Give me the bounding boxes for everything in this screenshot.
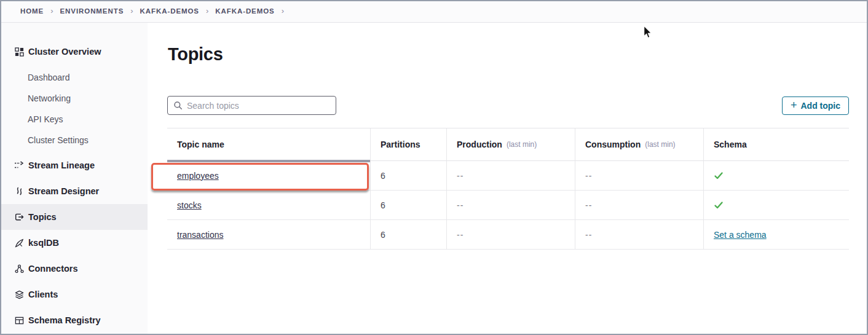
column-header-suffix: (last min) (645, 140, 675, 149)
breadcrumb-item-environments[interactable]: ENVIRONMENTS (60, 7, 124, 15)
search-topics-input[interactable] (187, 101, 336, 111)
table-header-row: Topic name Partitions Production (last m… (167, 128, 849, 161)
sidebar-item-label: Clients (28, 290, 58, 299)
sidebar: Cluster Overview Dashboard Networking AP… (0, 23, 148, 335)
schema-cell: Set a schema (703, 220, 849, 250)
sidebar-item-stream-designer[interactable]: Stream Designer (0, 178, 148, 204)
sidebar-item-label: Topics (28, 212, 57, 222)
production-cell: -- (446, 220, 575, 250)
column-header-partitions[interactable]: Partitions (370, 128, 446, 161)
topic-link-transactions[interactable]: transactions (177, 230, 223, 240)
breadcrumb-separator: › (206, 6, 208, 15)
table-row-employees[interactable]: employees 6 -- -- (167, 161, 849, 191)
sidebar-item-networking[interactable]: Networking (0, 88, 148, 109)
sidebar-item-label: Dashboard (28, 73, 70, 82)
sidebar-item-api-keys[interactable]: API Keys (0, 109, 148, 130)
column-header-topic-name[interactable]: Topic name (167, 128, 370, 161)
sidebar-item-label: API Keys (28, 114, 63, 124)
breadcrumb-item-home[interactable]: HOME (20, 7, 44, 15)
column-header-consumption[interactable]: Consumption (last min) (575, 128, 703, 161)
search-topics-box (167, 96, 336, 115)
search-icon (173, 101, 183, 110)
add-topic-label: Add topic (800, 101, 840, 111)
column-header-label: Production (457, 140, 502, 149)
sidebar-item-cluster-overview[interactable]: Cluster Overview (0, 39, 148, 65)
column-header-label: Consumption (585, 140, 641, 149)
sidebar-item-ksqldb[interactable]: ksqlDB (0, 230, 148, 256)
production-cell: -- (446, 191, 575, 220)
connectors-icon (14, 264, 24, 274)
breadcrumb-separator: › (50, 6, 53, 15)
consumption-cell: -- (575, 161, 703, 191)
stream-designer-icon (14, 186, 24, 196)
consumption-cell: -- (575, 220, 703, 250)
topic-name-cell: employees (167, 161, 370, 191)
main-content: Topics + Add topic Topic name Partitions (148, 23, 868, 335)
topic-link-stocks[interactable]: stocks (177, 200, 202, 210)
cluster-overview-icon (14, 47, 24, 57)
consumption-cell: -- (575, 191, 703, 220)
breadcrumb-separator: › (282, 6, 284, 15)
sidebar-item-label: ksqlDB (28, 238, 59, 248)
sidebar-item-schema-registry[interactable]: Schema Registry (0, 307, 148, 333)
partitions-cell: 6 (370, 191, 446, 220)
schema-registry-icon (14, 315, 24, 325)
ksqldb-icon (14, 238, 24, 248)
stream-lineage-icon (14, 160, 24, 170)
app-window: HOME › ENVIRONMENTS › KAFKA-DEMOS › KAFK… (0, 0, 868, 335)
add-topic-button[interactable]: + Add topic (782, 97, 849, 115)
schema-cell (703, 161, 849, 191)
set-a-schema-link[interactable]: Set a schema (714, 230, 767, 240)
sidebar-item-clients[interactable]: Clients (0, 282, 148, 307)
sidebar-item-label: Cluster Settings (28, 135, 89, 145)
column-header-production[interactable]: Production (last min) (446, 128, 575, 161)
sidebar-item-label: Stream Lineage (28, 160, 95, 170)
topic-link-employees[interactable]: employees (177, 171, 219, 181)
column-header-suffix: (last min) (507, 140, 537, 149)
topic-name-cell: transactions (167, 220, 370, 250)
sidebar-item-label: Connectors (28, 264, 78, 274)
sidebar-item-connectors[interactable]: Connectors (0, 256, 148, 282)
column-header-label: Topic name (177, 140, 224, 149)
breadcrumb-item-cluster[interactable]: KAFKA-DEMOS (215, 7, 274, 15)
breadcrumb: HOME › ENVIRONMENTS › KAFKA-DEMOS › KAFK… (0, 0, 868, 23)
table-row-transactions[interactable]: transactions 6 -- -- Set a schema (167, 220, 849, 250)
column-header-label: Partitions (381, 140, 420, 149)
topics-table: Topic name Partitions Production (last m… (167, 128, 849, 250)
sidebar-item-label: Schema Registry (28, 315, 101, 325)
sidebar-item-cluster-settings[interactable]: Cluster Settings (0, 130, 148, 151)
plus-icon: + (791, 100, 797, 111)
sidebar-item-topics[interactable]: Topics (0, 204, 148, 230)
partitions-cell: 6 (370, 161, 446, 191)
schema-cell (703, 191, 849, 220)
partitions-cell: 6 (370, 220, 446, 250)
breadcrumb-item-environment[interactable]: KAFKA-DEMOS (140, 7, 199, 15)
sidebar-item-label: Networking (28, 93, 71, 103)
production-cell: -- (446, 161, 575, 191)
column-header-schema[interactable]: Schema (703, 128, 849, 161)
table-row-stocks[interactable]: stocks 6 -- -- (167, 191, 849, 220)
topics-icon (14, 212, 24, 222)
breadcrumb-separator: › (130, 6, 133, 15)
clients-icon (14, 290, 24, 299)
page-title: Topics (168, 44, 223, 65)
check-icon (714, 171, 724, 181)
topic-name-cell: stocks (167, 191, 370, 220)
sorted-column-indicator (167, 160, 370, 162)
column-header-label: Schema (714, 140, 747, 149)
sidebar-item-dashboard[interactable]: Dashboard (0, 67, 148, 88)
check-icon (714, 200, 724, 210)
sidebar-item-label: Cluster Overview (28, 47, 101, 57)
sidebar-item-label: Stream Designer (28, 186, 99, 196)
sidebar-item-stream-lineage[interactable]: Stream Lineage (0, 152, 148, 178)
